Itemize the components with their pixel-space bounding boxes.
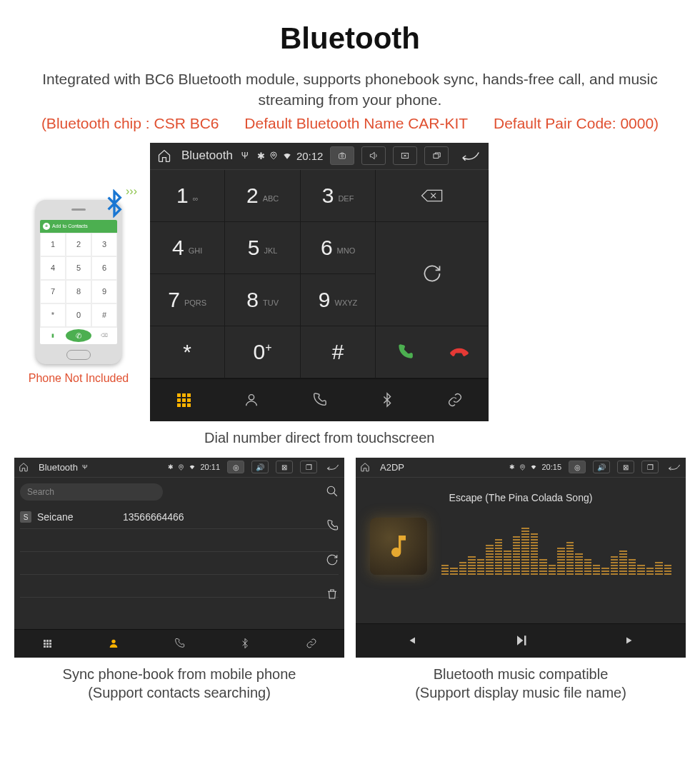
dialer-caption: Dial number direct from touchscreen (150, 428, 489, 447)
empty-row (20, 529, 339, 552)
contact-name: Seicane (37, 511, 123, 523)
specs-line: (Bluetooth chip : CSR BC6 Default Blueto… (7, 115, 693, 132)
call-icon[interactable] (326, 519, 339, 532)
tab-bluetooth[interactable] (354, 379, 421, 421)
bluetooth-tab-icon (239, 638, 251, 649)
screenshot-button[interactable]: ◎ (569, 461, 586, 473)
key-4[interactable]: 4GHI (150, 222, 225, 274)
tab-dialpad[interactable] (14, 630, 80, 658)
status-title: A2DP (380, 462, 404, 473)
key-0[interactable]: 0+ (225, 326, 300, 378)
page-subtitle: Integrated with BC6 Bluetooth module, su… (29, 69, 671, 111)
key-1[interactable]: 1∞ (150, 170, 225, 222)
recent-button[interactable]: ❐ (300, 461, 317, 473)
svg-point-8 (111, 640, 115, 643)
next-button[interactable] (576, 624, 686, 658)
contact-row[interactable]: S Seicane 13566664466 (20, 506, 339, 529)
usb-icon: Ψ (241, 151, 249, 161)
tab-contacts[interactable] (218, 379, 286, 421)
redial-button[interactable] (376, 222, 489, 326)
svg-point-6 (181, 466, 182, 467)
gps-icon (269, 151, 278, 160)
prev-button[interactable] (356, 624, 466, 658)
screenshot-button[interactable] (330, 146, 354, 165)
key-2[interactable]: 2ABC (225, 170, 300, 222)
svg-point-9 (522, 466, 524, 467)
wifi-icon (282, 151, 292, 161)
svg-point-7 (327, 486, 335, 494)
dialer-screen: Bluetooth Ψ ✱ 20:12 1∞ 2ABC 3DEF (150, 143, 489, 421)
home-icon[interactable] (19, 462, 29, 472)
recent-button[interactable]: ❐ (641, 461, 659, 473)
hangup-button[interactable] (450, 343, 469, 361)
svg-point-0 (272, 154, 274, 156)
status-bar: Bluetooth Ψ ✱ 20:12 (150, 143, 489, 170)
screenshot-button[interactable]: ◎ (227, 461, 244, 473)
key-3[interactable]: 3DEF (301, 170, 376, 222)
delete-icon[interactable] (326, 588, 339, 600)
a2dp-caption: Bluetooth music compatible(Support displ… (356, 665, 686, 702)
volume-button[interactable] (361, 146, 386, 165)
call-hangup-row (376, 326, 489, 378)
clock: 20:11 (200, 463, 220, 471)
call-button[interactable] (396, 343, 414, 361)
bt-status-icon: ✱ (509, 463, 515, 471)
phone-mockup: ››› Add to Contacts 123456789*0# ▮✆⌫ Pho… (14, 186, 143, 386)
spec-code: Default Pair Code: 0000) (494, 115, 659, 131)
phone-icon (311, 392, 327, 408)
tab-pair[interactable] (279, 630, 344, 658)
clock: 20:15 (541, 463, 561, 471)
track-title: Escape (The Pina Colada Song) (449, 492, 593, 503)
empty-row (20, 552, 339, 575)
sync-icon[interactable] (326, 553, 339, 566)
key-9[interactable]: 9WXYZ (301, 274, 376, 326)
key-star[interactable]: * (150, 326, 225, 378)
status-title: Bluetooth (39, 462, 78, 473)
add-contacts-bar: Add to Contacts (40, 220, 117, 233)
close-button[interactable] (393, 146, 417, 165)
tab-history[interactable] (286, 379, 354, 421)
person-icon (108, 638, 119, 649)
key-5[interactable]: 5JKL (225, 222, 300, 274)
key-hash[interactable]: # (301, 326, 376, 378)
volume-button[interactable]: 🔊 (251, 461, 269, 473)
svg-point-5 (249, 395, 254, 400)
back-button[interactable] (326, 463, 340, 471)
wifi-icon (530, 463, 537, 471)
phonebook-caption: Sync phone-book from mobile phone(Suppor… (14, 665, 344, 702)
phone-note: Phone Not Included (14, 371, 143, 386)
equalizer (441, 518, 671, 575)
gps-icon (519, 464, 526, 471)
back-button[interactable] (460, 149, 481, 162)
link-icon (447, 392, 463, 408)
home-icon[interactable] (360, 462, 370, 472)
play-pause-button[interactable] (466, 624, 576, 658)
backspace-button[interactable] (376, 170, 489, 222)
recent-button[interactable] (424, 146, 449, 165)
contact-badge: S (20, 511, 31, 523)
svg-rect-4 (434, 154, 439, 159)
close-button[interactable]: ⊠ (617, 461, 634, 473)
search-icon[interactable] (326, 485, 339, 498)
dialpad-icon (177, 393, 191, 407)
spec-name: Default Bluetooth Name CAR-KIT (244, 115, 468, 131)
bluetooth-tab-icon (379, 392, 395, 408)
svg-rect-1 (339, 154, 346, 159)
volume-button[interactable]: 🔊 (593, 461, 610, 473)
tab-bluetooth[interactable] (212, 630, 278, 658)
tab-history[interactable] (146, 630, 212, 658)
spec-chip: (Bluetooth chip : CSR BC6 (41, 115, 219, 131)
tab-contacts[interactable] (80, 630, 146, 658)
back-button[interactable] (667, 463, 681, 471)
phone-icon (174, 638, 185, 649)
close-button[interactable]: ⊠ (276, 461, 293, 473)
key-7[interactable]: 7PQRS (150, 274, 225, 326)
gps-icon (178, 464, 184, 471)
key-8[interactable]: 8TUV (225, 274, 300, 326)
empty-row (20, 575, 339, 598)
key-6[interactable]: 6MNO (301, 222, 376, 274)
tab-dialpad[interactable] (150, 379, 218, 421)
home-icon[interactable] (157, 149, 171, 163)
search-input[interactable]: Search (20, 483, 163, 501)
tab-pair[interactable] (421, 379, 489, 421)
